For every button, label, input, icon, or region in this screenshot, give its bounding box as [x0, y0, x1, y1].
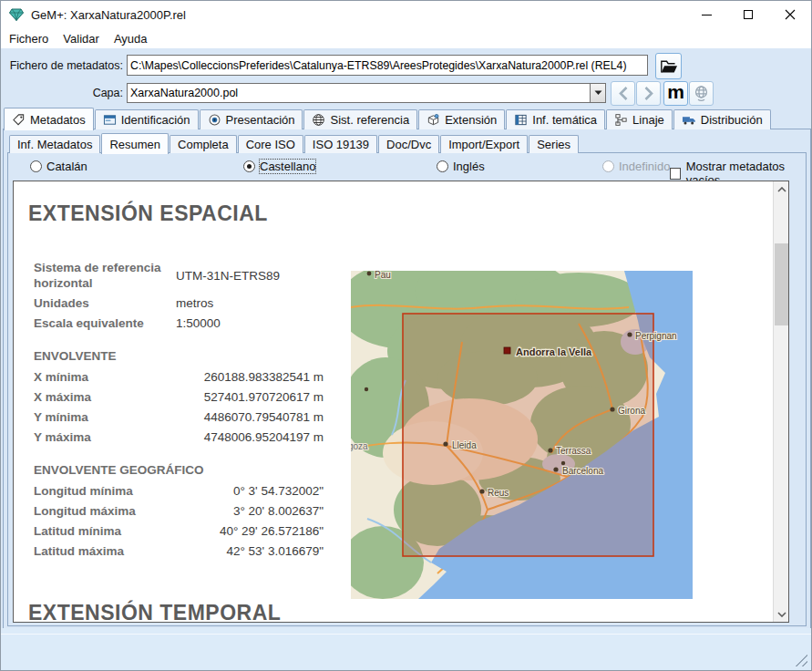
next-layer-button[interactable]: [636, 81, 661, 106]
metadata-file-label: Fichero de metadatos:: [6, 59, 123, 72]
globe-grid-icon: [312, 113, 325, 127]
minimize-icon: [702, 15, 712, 15]
resumen-tab-panel: Catalán Castellano Inglés Indefinido Mos…: [7, 152, 807, 626]
metadata-file-path-field[interactable]: [127, 55, 648, 76]
radio-ingles[interactable]: Inglés: [437, 160, 485, 173]
tab-sist-referencia[interactable]: Sist. referencia: [303, 109, 417, 129]
tab-metadatos[interactable]: Metadatos: [4, 108, 94, 130]
map-view-button[interactable]: [689, 81, 714, 106]
field-label: Latitud máxima: [34, 543, 176, 559]
menu-fichero[interactable]: Fichero: [3, 30, 55, 47]
maximize-button[interactable]: [727, 1, 769, 28]
radio-catalan[interactable]: Catalán: [30, 160, 87, 173]
menu-bar: Fichero Validar Ayuda: [1, 28, 811, 48]
map-city-label: Reus: [488, 488, 509, 498]
sub-tab-strip: Inf. Metadatos Resumen Completa Core ISO…: [9, 132, 580, 153]
tab-label: Inf. temática: [532, 113, 597, 127]
tab-import-export[interactable]: Import/Export: [440, 135, 528, 153]
radio-icon: [243, 160, 255, 172]
resize-grip[interactable]: [795, 654, 807, 666]
app-window: GeM+: XarxaNatura2000P.rel Fichero Valid…: [0, 0, 812, 671]
m-icon: m: [667, 83, 684, 101]
tab-label: Extensión: [445, 113, 497, 127]
table-icon: [514, 113, 528, 127]
maximize-icon: [744, 10, 753, 19]
tab-label: Identificación: [121, 113, 190, 127]
tab-series[interactable]: Series: [529, 135, 579, 153]
close-button[interactable]: [769, 1, 811, 28]
field-label: Y mínima: [34, 409, 176, 425]
chevron-up-icon: [777, 187, 786, 192]
tab-label: Import/Export: [448, 138, 519, 151]
chevron-left-icon: [619, 87, 628, 100]
tab-label: Completa: [178, 138, 229, 151]
scrollbar-thumb[interactable]: [775, 243, 788, 325]
chevron-down-icon: [594, 90, 602, 96]
checkbox-icon: [670, 168, 681, 180]
tab-completa[interactable]: Completa: [170, 135, 237, 153]
open-file-button[interactable]: [655, 53, 682, 79]
field-label: Escala equivalente: [34, 315, 176, 331]
metadata-report-area: EXTENSIÓN ESPACIAL Sistema de referencia…: [13, 181, 789, 623]
field-row: Longitud mínima 0° 3' 54.732002": [34, 483, 340, 499]
map-city-label: goza: [351, 441, 368, 451]
tab-distribucion[interactable]: Distribución: [673, 109, 771, 129]
radio-label: Castellano: [260, 160, 315, 173]
tab-label: Resumen: [109, 138, 160, 151]
toolbar: Fichero de metadatos: Capa: XarxaNatura2…: [1, 48, 811, 107]
layer-label: Capa:: [6, 87, 123, 99]
tab-core-iso[interactable]: Core ISO: [238, 135, 303, 153]
layer-combobox-value: XarxaNatura2000.pol: [128, 87, 590, 99]
tag-icon: [12, 113, 26, 127]
tab-label: ISO 19139: [313, 138, 369, 151]
radio-icon: [30, 160, 42, 172]
tab-resumen[interactable]: Resumen: [101, 133, 169, 154]
tab-presentacion[interactable]: Presentación: [200, 109, 303, 129]
scroll-up-button[interactable]: [774, 181, 789, 197]
tab-label: Sist. referencia: [330, 113, 409, 127]
tab-iso-19139[interactable]: ISO 19139: [304, 135, 377, 153]
scroll-down-button[interactable]: [774, 606, 789, 622]
minimize-button[interactable]: [685, 1, 727, 28]
map-city-label: Terrassa: [556, 446, 591, 456]
tab-linaje[interactable]: Linaje: [606, 109, 673, 129]
map-city-label: Pau: [375, 271, 391, 280]
tab-inf-metadatos[interactable]: Inf. Metadatos: [9, 135, 100, 153]
status-strip: [1, 628, 811, 670]
map-city-label: Andorra la Vella: [516, 346, 592, 357]
spatial-extent-heading: EXTENSIÓN ESPACIAL: [28, 201, 268, 226]
language-bar: Catalán Castellano Inglés Indefinido Mos…: [8, 153, 806, 181]
metadatos-tab-panel: Inf. Metadatos Resumen Completa Core ISO…: [3, 129, 811, 629]
radio-castellano[interactable]: Castellano: [243, 160, 315, 173]
field-row: Escala equivalente 1:50000: [34, 315, 340, 331]
map-city-label: Lleida: [452, 440, 477, 450]
tab-inf-tematica[interactable]: Inf. temática: [506, 109, 605, 129]
field-label: Y máxima: [34, 429, 176, 445]
field-value: 4486070.79540781 m: [176, 409, 324, 425]
map-city-label: Perpignan: [635, 331, 677, 341]
tab-doc-dvc[interactable]: Doc/Dvc: [378, 135, 439, 153]
hierarchy-icon: [614, 113, 628, 127]
field-value: UTM-31N-ETRS89: [176, 268, 280, 284]
extent-cube-icon: [427, 113, 440, 127]
tab-identificacion[interactable]: Identificación: [95, 109, 199, 129]
field-value: 40° 29' 26.572186": [176, 523, 324, 539]
metadata-m-button[interactable]: m: [663, 81, 688, 106]
tab-extension[interactable]: Extensión: [418, 109, 505, 129]
field-value: 3° 20' 8.002637": [176, 503, 324, 519]
tab-label: Core ISO: [246, 138, 295, 151]
field-label: Longitud máxima: [34, 503, 176, 519]
layer-combobox-dropdown-button[interactable]: [590, 84, 605, 102]
main-tab-strip: Metadatos Identificación Presentación: [4, 108, 772, 129]
map-city-label: Girona: [618, 406, 645, 416]
geo-envelope-heading: ENVOLVENTE GEOGRÁFICO: [34, 463, 340, 477]
window-title: GeM+: XarxaNatura2000P.rel: [31, 8, 186, 22]
menu-ayuda[interactable]: Ayuda: [108, 30, 154, 47]
field-row: Unidades metros: [34, 295, 340, 311]
radio-icon: [437, 160, 448, 172]
previous-layer-button[interactable]: [611, 81, 635, 106]
vertical-scrollbar[interactable]: [773, 181, 788, 622]
field-value: 1:50000: [176, 315, 221, 331]
layer-combobox[interactable]: XarxaNatura2000.pol: [127, 83, 606, 103]
menu-validar[interactable]: Validar: [57, 30, 106, 47]
